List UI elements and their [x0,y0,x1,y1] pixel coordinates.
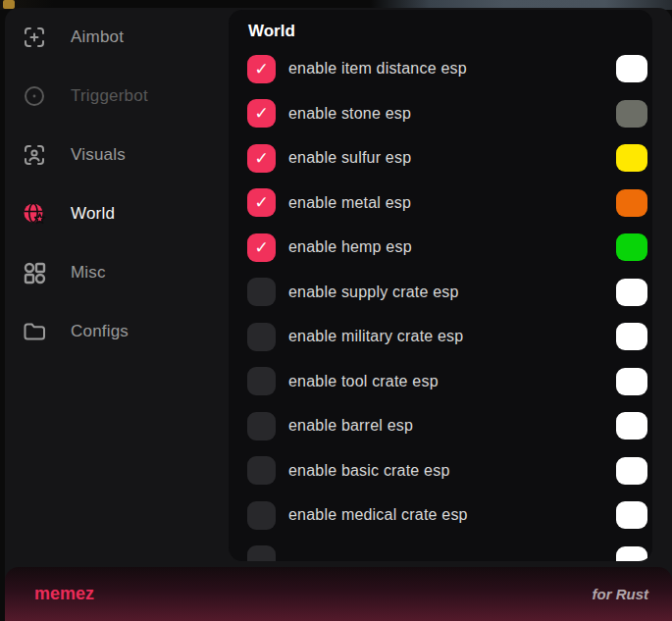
esp-row: ✓ enable sulfur esp [247,143,647,173]
esp-label: enable military crate esp [288,328,463,345]
color-swatch[interactable] [616,189,647,217]
tagline-label: for Rust [593,586,649,602]
esp-checkbox[interactable]: ✓ [247,323,276,351]
color-swatch[interactable] [616,233,647,261]
checkmark-icon: ✓ [254,194,268,211]
esp-row: ✓ enable medical crate esp [247,500,647,530]
esp-checkbox[interactable]: ✓ [247,99,276,128]
esp-checkbox[interactable]: ✓ [247,278,276,306]
esp-checkbox[interactable]: ✓ [247,456,276,485]
esp-row: ✓ [247,545,647,562]
color-swatch[interactable] [616,100,647,128]
color-swatch[interactable] [616,55,647,82]
sidebar-item-triggerbot[interactable]: Triggerbot [5,67,229,126]
esp-row: ✓ enable hemp esp [247,233,647,262]
checkmark-icon: ✓ [254,239,268,256]
sidebar-item-visuals[interactable]: Visuals [5,126,229,184]
esp-row: ✓ enable military crate esp [247,322,647,351]
esp-checkbox[interactable]: ✓ [247,412,276,440]
esp-label: enable sulfur esp [288,149,411,167]
world-panel: World ✓ enable item distance esp ✓ enabl… [229,10,652,561]
misc-icon [22,260,47,285]
esp-label: enable item distance esp [288,60,467,78]
sidebar-item-world[interactable]: World [5,184,229,243]
configs-icon [22,319,47,344]
color-swatch[interactable] [616,279,647,306]
esp-label: enable metal esp [288,194,411,212]
visuals-icon [22,142,47,168]
esp-row: ✓ enable basic crate esp [247,456,647,486]
color-swatch[interactable] [616,144,647,172]
color-swatch[interactable] [616,546,647,562]
cheat-menu-window: Aimbot Triggerbot Visuals World Misc Con… [5,8,672,621]
esp-checkbox[interactable]: ✓ [247,545,276,561]
color-swatch[interactable] [616,368,647,395]
esp-label: enable basic crate esp [288,462,450,480]
esp-checkbox[interactable]: ✓ [247,367,276,395]
game-background-object [3,0,15,9]
color-swatch[interactable] [616,457,647,485]
esp-label: enable hemp esp [288,238,412,256]
esp-checkbox[interactable]: ✓ [247,144,276,173]
esp-row: ✓ enable item distance esp [247,54,647,83]
esp-label: enable stone esp [288,105,411,123]
panel-title: World [248,22,652,41]
esp-label: enable barrel esp [288,417,413,435]
world-icon [22,201,47,227]
esp-label: enable medical crate esp [288,506,468,524]
esp-checkbox[interactable]: ✓ [247,188,276,217]
esp-label: enable tool crate esp [288,373,439,390]
esp-row: ✓ enable tool crate esp [247,367,647,396]
footer-bar: memez for Rust [5,567,672,621]
triggerbot-icon [22,83,47,109]
esp-row: ✓ enable barrel esp [247,411,647,440]
sidebar-item-aimbot[interactable]: Aimbot [5,8,229,67]
sidebar-item-configs[interactable]: Configs [5,302,229,361]
esp-label: enable supply crate esp [288,284,459,301]
brand-label: memez [34,584,94,604]
esp-row: ✓ enable stone esp [247,99,647,129]
color-swatch[interactable] [616,323,647,350]
sidebar-item-misc[interactable]: Misc [5,243,229,302]
esp-row: ✓ enable metal esp [247,188,647,218]
checkmark-icon: ✓ [254,61,268,78]
aimbot-icon [22,25,47,50]
checkmark-icon: ✓ [254,105,268,122]
color-swatch[interactable] [616,501,647,529]
color-swatch[interactable] [616,412,647,440]
esp-checkbox[interactable]: ✓ [247,55,276,83]
esp-row: ✓ enable supply crate esp [247,278,647,307]
checkmark-icon: ✓ [254,150,268,167]
sidebar: Aimbot Triggerbot Visuals World Misc Con… [5,8,229,567]
esp-checkbox[interactable]: ✓ [247,233,276,262]
esp-options-list: ✓ enable item distance esp ✓ enable ston… [229,54,652,561]
esp-checkbox[interactable]: ✓ [247,501,276,530]
